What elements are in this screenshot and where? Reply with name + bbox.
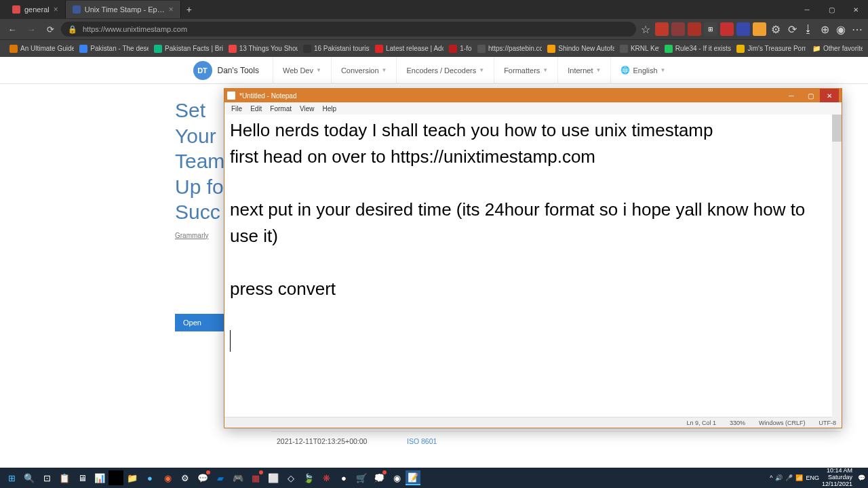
taskbar-app[interactable]: 🖥 [73,469,91,487]
taskbar-app[interactable]: 📁 [123,469,141,487]
taskbar-app[interactable]: ⚙ [176,469,194,487]
back-button[interactable]: ← [4,21,20,37]
taskbar-app[interactable]: 💬 [194,469,212,487]
menu-file[interactable]: File [227,105,246,113]
extension-icon[interactable] [736,22,750,36]
scrollbar[interactable] [832,115,842,418]
extension-icon[interactable]: ⚙ [769,22,783,36]
minimize-button[interactable]: ─ [795,0,819,19]
maximize-button[interactable]: ▢ [819,0,844,19]
tray-mic-icon[interactable]: 🎤 [785,474,793,481]
menu-view[interactable]: View [296,105,319,113]
taskbar-app[interactable]: 💭 [370,469,388,487]
menu-lang[interactable]: 🌐English▼ [610,57,675,84]
extension-icon[interactable] [688,22,701,36]
maximize-button[interactable]: ▢ [801,89,820,102]
bookmark[interactable]: 13 Things You Shou… [224,41,298,56]
tray-volume-icon[interactable]: 🔊 [775,474,783,481]
tray-lang[interactable]: ENG [806,474,819,481]
bookmark[interactable]: Pakistan Facts | Brit… [150,41,223,56]
extension-icon[interactable] [671,22,685,36]
tab-title: general [24,5,50,14]
taskbar-app[interactable]: ● [335,469,353,487]
notepad-menubar: File Edit Format View Help [224,102,842,115]
taskbar-app[interactable]: ▦ [247,469,264,487]
browser-tab[interactable]: general × [5,1,66,18]
table-row: 2021-12-11T02:13:25+00:00 ISO 8601 [271,431,841,450]
start-button[interactable]: ⊞ [3,469,20,487]
menu-format[interactable]: Format [266,105,296,113]
taskbar-app[interactable]: ● [141,469,159,487]
taskbar-app[interactable]: 📋 [56,469,73,487]
taskbar-app[interactable]: ◉ [388,469,406,487]
bookmark[interactable]: Jim's Treasure Porn… [732,41,806,56]
browser-tab[interactable]: Unix Time Stamp - Epoch Conve × [66,1,181,18]
notepad-titlebar[interactable]: *Untitled - Notepad ─ ▢ ✕ [224,89,842,102]
taskbar-app[interactable]: ◇ [282,469,300,487]
close-button[interactable]: ✕ [844,0,868,19]
url-input[interactable]: 🔒 https://www.unixtimestamp.com [61,22,636,37]
cell-date: 2021-12-11T02:13:25+00:00 [271,437,407,445]
bookmark[interactable]: Pakistan - The dese… [75,41,149,56]
notepad-window: *Untitled - Notepad ─ ▢ ✕ File Edit Form… [224,88,842,428]
bookmark[interactable]: Latest release | Ado… [371,41,443,56]
new-tab-button[interactable]: + [181,4,197,15]
taskbar-app[interactable] [108,470,123,485]
close-icon[interactable]: × [54,5,58,14]
menu-encoders[interactable]: Encoders / Decoders▼ [396,57,494,84]
collections-icon[interactable]: ⊕ [818,22,831,36]
url-text: https://www.unixtimestamp.com [83,25,187,33]
tray-wifi-icon[interactable]: 📶 [795,474,803,481]
refresh-button[interactable]: ⟳ [42,21,58,37]
taskbar-notepad[interactable]: 📝 [406,470,420,485]
download-icon[interactable]: ⭳ [802,22,815,36]
notepad-textarea[interactable]: Hello nerds today I shall teach you how … [224,115,842,417]
menu-icon[interactable]: ⋯ [850,22,864,36]
taskbar-app[interactable]: ⬜ [264,469,282,487]
taskbar-app[interactable]: ❋ [317,469,335,487]
open-button[interactable]: Open [175,314,226,331]
taskbar-app[interactable]: ◉ [159,469,176,487]
profile-icon[interactable]: ◉ [834,22,848,36]
bookmark[interactable]: https://pastebin.co… [473,41,542,56]
extension-icon[interactable] [753,22,766,36]
menu-formatters[interactable]: Formatters▼ [494,57,557,84]
taskbar-app[interactable]: ▰ [212,469,229,487]
extension-icon[interactable]: ⊞ [704,22,717,36]
bookmark[interactable]: 16 Pakistani tourist… [299,41,370,56]
site-logo[interactable]: DT Dan's Tools [193,61,259,80]
extension-icon[interactable] [720,22,734,36]
minimize-button[interactable]: ─ [782,89,801,102]
notepad-statusbar: Ln 9, Col 1 330% Windows (CRLF) UTF-8 [224,417,842,428]
taskbar-app[interactable]: 🎮 [229,469,247,487]
taskbar-app[interactable]: 🍃 [300,469,317,487]
bookmark[interactable]: An Ultimate Guide… [5,41,74,56]
menu-conversion[interactable]: Conversion▼ [331,57,397,84]
menu-help[interactable]: Help [319,105,341,113]
forward-button[interactable]: → [23,21,39,37]
extension-icon[interactable]: ⟳ [785,22,799,36]
taskbar-app[interactable]: 🛒 [353,469,370,487]
site-nav: DT Dan's Tools Web Dev▼ Conversion▼ Enco… [0,57,868,84]
bookmark[interactable]: Rule34 - If it exists,… [660,41,732,56]
search-button[interactable]: 🔍 [20,469,38,487]
tray-chevron-icon[interactable]: ^ [770,474,772,481]
taskbar-app[interactable]: 📊 [91,469,108,487]
cell-format[interactable]: ISO 8601 [407,437,437,445]
other-favorites[interactable]: 📁Other favorites [808,41,863,56]
tray-clock[interactable]: 10:14 AM Saturday 12/11/2021 [822,468,855,488]
bookmark[interactable]: Shindo New Autofa… [543,41,614,56]
menu-webdev[interactable]: Web Dev▼ [273,57,331,84]
favorite-icon[interactable]: ☆ [639,22,652,36]
bookmark[interactable]: KRNL Key [616,41,659,56]
menu-internet[interactable]: Internet▼ [557,57,610,84]
taskbar: ⊞ 🔍 ⊡ 📋 🖥 📊 📁 ● ◉ ⚙ 💬 ▰ 🎮 ▦ ⬜ ◇ 🍃 ❋ ● 🛒 … [0,468,868,488]
close-icon[interactable]: × [169,5,174,14]
taskview-button[interactable]: ⊡ [38,469,56,487]
extension-icon[interactable] [655,22,669,36]
scrollbar-thumb[interactable] [832,115,842,142]
menu-edit[interactable]: Edit [246,105,266,113]
bookmark[interactable]: 1-fo [445,41,472,56]
close-button[interactable]: ✕ [820,89,839,102]
tray-notifications-icon[interactable]: 💬 [858,474,865,481]
